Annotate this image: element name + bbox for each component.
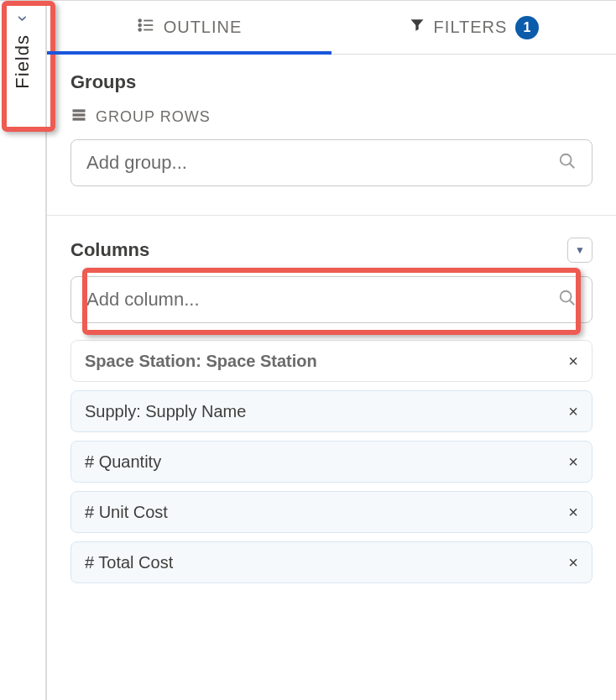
tab-filters-label: FILTERS <box>434 18 508 37</box>
column-pill[interactable]: # Unit Cost× <box>70 491 593 533</box>
column-pill-label: Space Station: Space Station <box>85 352 317 371</box>
list-icon <box>137 16 155 39</box>
add-group-search[interactable] <box>70 139 593 186</box>
rows-icon <box>70 107 87 128</box>
group-rows-subheader: GROUP ROWS <box>70 107 593 128</box>
search-icon <box>558 289 577 311</box>
filters-count-badge: 1 <box>515 16 539 39</box>
column-pill-label: Supply: Supply Name <box>85 402 246 421</box>
fields-sidebar-label: Fields <box>12 34 34 89</box>
caret-down-icon: ▼ <box>575 244 585 256</box>
tab-outline-label: OUTLINE <box>164 18 243 37</box>
groups-title: Groups <box>70 71 593 93</box>
group-rows-label: GROUP ROWS <box>96 108 211 126</box>
column-pill[interactable]: Space Station: Space Station× <box>70 340 593 382</box>
add-column-input[interactable] <box>86 289 558 311</box>
svg-point-2 <box>138 29 141 31</box>
svg-point-1 <box>138 24 141 27</box>
remove-column-icon[interactable]: × <box>568 553 578 572</box>
tab-outline[interactable]: OUTLINE <box>47 1 331 54</box>
svg-point-11 <box>561 291 572 302</box>
column-pill-label: # Unit Cost <box>85 503 168 522</box>
tab-filters[interactable]: FILTERS 1 <box>331 1 616 54</box>
columns-title: Columns <box>70 239 149 261</box>
remove-column-icon[interactable]: × <box>568 452 578 472</box>
panel-tabs: OUTLINE FILTERS 1 <box>47 1 616 55</box>
svg-point-0 <box>138 19 141 22</box>
column-pill[interactable]: Supply: Supply Name× <box>70 390 593 432</box>
svg-line-10 <box>570 164 575 169</box>
fields-sidebar-tab[interactable]: › Fields <box>0 1 47 700</box>
groups-section: Groups GROUP ROWS <box>47 55 616 195</box>
add-column-search[interactable] <box>70 276 593 323</box>
svg-rect-8 <box>73 118 86 120</box>
column-pill[interactable]: # Total Cost× <box>70 541 593 583</box>
remove-column-icon[interactable]: × <box>568 503 578 522</box>
svg-rect-7 <box>73 113 86 116</box>
column-pill[interactable]: # Quantity× <box>70 441 593 483</box>
filter-icon <box>409 17 425 38</box>
columns-section: Space Station: Space Station×Supply: Sup… <box>47 276 616 592</box>
columns-header: Columns ▼ <box>47 238 616 263</box>
svg-line-12 <box>570 300 575 306</box>
column-pills-list: Space Station: Space Station×Supply: Sup… <box>70 340 593 583</box>
remove-column-icon[interactable]: × <box>568 402 578 421</box>
search-icon <box>558 152 577 174</box>
svg-rect-6 <box>73 109 86 112</box>
column-pill-label: # Total Cost <box>85 553 173 572</box>
column-pill-label: # Quantity <box>85 452 161 472</box>
remove-column-icon[interactable]: × <box>568 352 578 371</box>
svg-point-9 <box>561 154 572 165</box>
chevron-right-icon: › <box>13 15 32 21</box>
columns-dropdown-button[interactable]: ▼ <box>567 238 593 263</box>
add-group-input[interactable] <box>86 152 558 174</box>
section-divider <box>47 215 616 216</box>
